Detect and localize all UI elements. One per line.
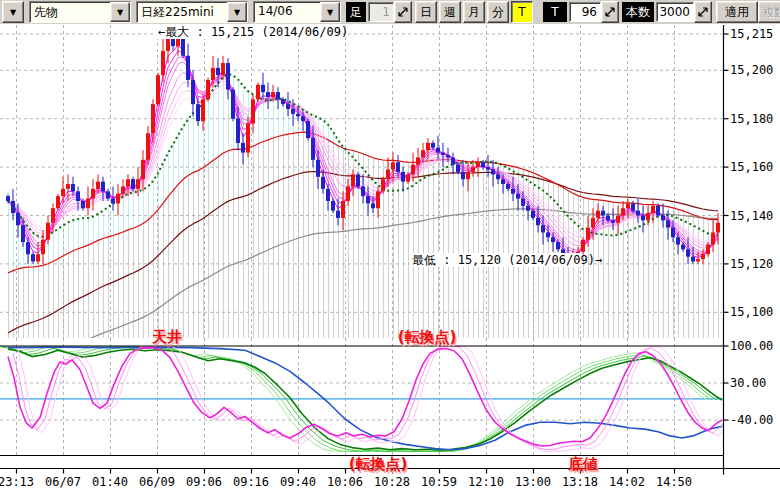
diagonal-arrow-icon — [397, 6, 409, 18]
time-axis-label: 09:06 — [186, 475, 222, 489]
rci-signal-label: 天井 — [151, 328, 182, 346]
diagonal-arrow-icon — [697, 6, 709, 18]
bar-type-label: 足 — [346, 2, 366, 22]
contract-month-dropdown[interactable]: 14/06 ▼ — [253, 1, 341, 23]
rci-signal-label: (転換点) — [349, 455, 408, 473]
price-axis-label: 15,140 — [730, 209, 773, 223]
chart-area[interactable]: 15,21515,20015,18015,16015,14015,12015,1… — [0, 24, 780, 500]
toolbar: ▼ 先物 ▼ 日経225mini ▼ 14/06 ▼ 足 1 日 週 月 分 T… — [0, 0, 780, 24]
price-axis-label: 15,160 — [730, 160, 773, 174]
price-oscillator-chart[interactable]: 15,21515,20015,18015,16015,14015,12015,1… — [0, 24, 780, 500]
chevron-down-icon[interactable]: ▼ — [320, 2, 340, 22]
interval-input[interactable]: 1 — [368, 2, 394, 22]
price-axis-label: 15,100 — [730, 305, 773, 319]
symbol-dropdown-value: 日経225mini — [137, 2, 227, 22]
period-month-button[interactable]: 月 — [463, 1, 485, 23]
price-axis-label: 15,120 — [730, 257, 773, 271]
period-minute-button[interactable]: 分 — [487, 1, 509, 23]
period-tick-button[interactable]: T — [511, 1, 533, 23]
time-axis-label: 01:40 — [92, 475, 128, 489]
spinner-diagonal-icon[interactable] — [394, 1, 412, 23]
oscillator-axis-label: 30.00 — [730, 376, 766, 390]
price-axis-label: 15,215 — [730, 27, 773, 41]
rci-signal-label: 底値 — [567, 455, 598, 473]
time-axis-label: 14:02 — [609, 475, 645, 489]
chevron-down-icon[interactable]: ▼ — [2, 1, 24, 23]
tick-count-label: T — [543, 2, 567, 22]
time-axis-label: 09:40 — [280, 475, 316, 489]
time-axis-label: 13:00 — [515, 475, 551, 489]
market-dropdown[interactable]: 先物 ▼ — [29, 1, 131, 23]
time-axis-label: 23:13 — [0, 475, 34, 489]
spinner-diagonal-icon[interactable] — [694, 1, 712, 23]
oscillator-axis-label: -40.00 — [730, 413, 773, 427]
time-axis-label: 10:06 — [327, 475, 363, 489]
price-axis-label: 15,200 — [730, 63, 773, 77]
oscillator-lines — [0, 347, 732, 452]
max-price-annotation: ←最大 : 15,215 (2014/06/09) — [158, 25, 348, 39]
multi-symbol-button[interactable]: 複数銘柄 — [758, 1, 780, 23]
time-axis-label: 10:28 — [374, 475, 410, 489]
bar-count-label: 本数 — [622, 2, 654, 22]
apply-button[interactable]: 適用 — [716, 1, 758, 23]
tick-count-input[interactable]: 96 — [569, 2, 601, 22]
bar-count-input[interactable]: 3000 — [656, 2, 694, 22]
time-axis-label: 06/07 — [45, 475, 81, 489]
time-axis-label: 10:59 — [421, 475, 457, 489]
contract-month-value: 14/06 — [254, 2, 320, 22]
oscillator-axis-label: 100.00 — [730, 339, 773, 353]
rci-signal-label: (転換点) — [398, 328, 457, 346]
time-axis-label: 12:10 — [468, 475, 504, 489]
min-price-annotation: 最低 : 15,120 (2014/06/09)→ — [412, 253, 602, 267]
market-dropdown-value: 先物 — [30, 2, 110, 22]
chevron-down-icon[interactable]: ▼ — [227, 2, 247, 22]
period-week-button[interactable]: 週 — [439, 1, 461, 23]
spinner-diagonal-icon[interactable] — [601, 1, 619, 23]
period-day-button[interactable]: 日 — [415, 1, 437, 23]
ma-hatch-fill — [9, 74, 719, 338]
time-axis-label: 14:50 — [656, 475, 692, 489]
time-axis-label: 13:18 — [562, 475, 598, 489]
chevron-down-icon[interactable]: ▼ — [110, 2, 130, 22]
price-axis-label: 15,180 — [730, 112, 773, 126]
diagonal-arrow-icon — [604, 6, 616, 18]
time-axis-label: 06/09 — [139, 475, 175, 489]
symbol-dropdown[interactable]: 日経225mini ▼ — [136, 1, 248, 23]
time-axis-label: 09:16 — [233, 475, 269, 489]
